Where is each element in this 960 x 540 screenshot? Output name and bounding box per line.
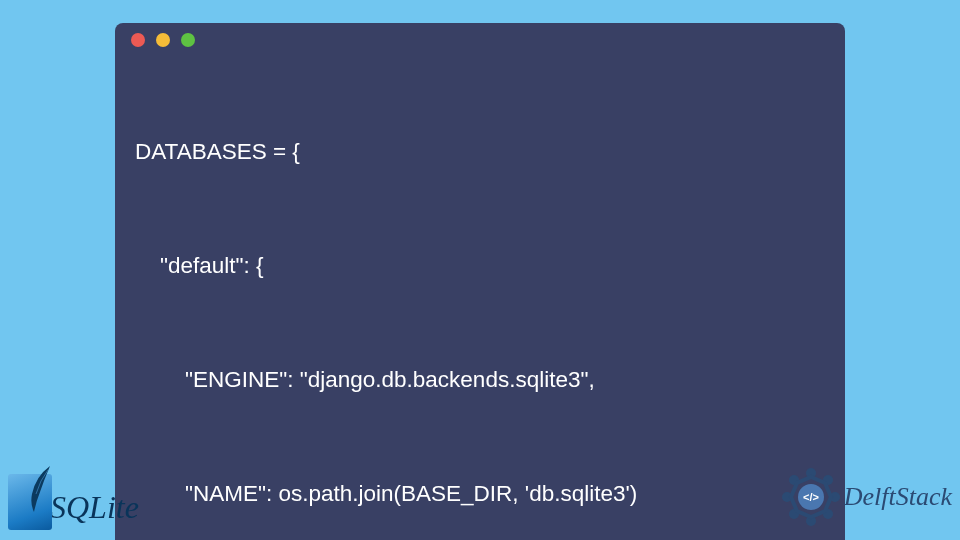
code-block: DATABASES = { "default": { "ENGINE": "dj… <box>115 57 845 540</box>
delftstack-emblem-icon: </> <box>780 466 842 528</box>
delftstack-label: DelftStack <box>844 482 952 512</box>
svg-text:</>: </> <box>803 491 819 503</box>
code-line: "ENGINE": "django.db.backends.sqlite3", <box>135 361 845 399</box>
delftstack-logo: </> DelftStack <box>780 466 952 528</box>
sqlite-label: SQLite <box>50 489 139 526</box>
window-titlebar <box>115 23 845 57</box>
code-line: "default": { <box>135 247 845 285</box>
code-line: DATABASES = { <box>135 133 845 171</box>
sqlite-box-icon <box>8 474 52 530</box>
code-line: "NAME": os.path.join(BASE_DIR, 'db.sqlit… <box>135 475 845 513</box>
sqlite-logo: SQLite <box>8 474 139 530</box>
feather-icon <box>26 464 56 514</box>
maximize-icon[interactable] <box>181 33 195 47</box>
code-window: DATABASES = { "default": { "ENGINE": "dj… <box>115 23 845 540</box>
close-icon[interactable] <box>131 33 145 47</box>
minimize-icon[interactable] <box>156 33 170 47</box>
